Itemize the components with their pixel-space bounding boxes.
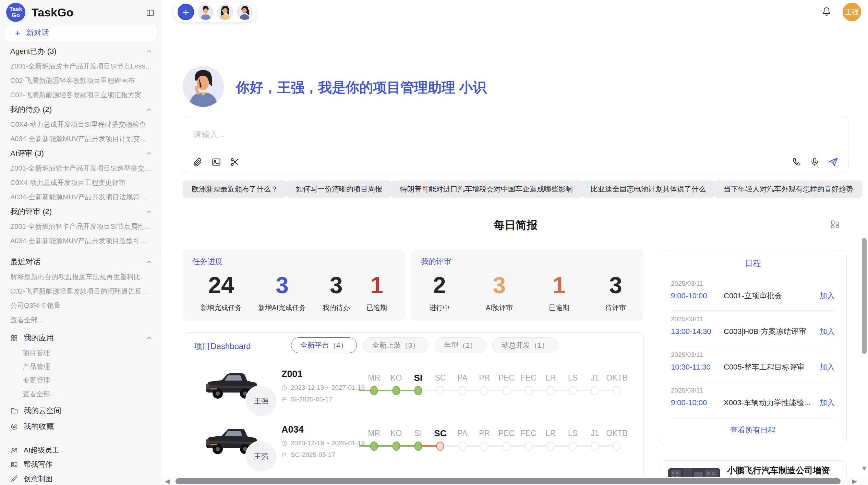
chevron-up-icon[interactable] bbox=[145, 150, 153, 157]
sidebar-conversation-item[interactable]: C02-飞腾新能源轻客改款项目立项汇报方案 bbox=[0, 88, 162, 102]
section-agent-done[interactable]: Agent已办 (3) bbox=[0, 44, 162, 59]
view-all-schedule-link[interactable]: 查看所有日程 bbox=[659, 425, 846, 435]
suggestion-chip[interactable]: 欧洲新规最近颁布了什么？ bbox=[183, 181, 287, 198]
agent-avatar[interactable] bbox=[217, 4, 233, 20]
tab-model-year[interactable]: 年型（2） bbox=[435, 337, 486, 353]
phone-icon[interactable] bbox=[792, 157, 801, 167]
app-item-product-mgmt[interactable]: 产品管理 bbox=[0, 360, 162, 373]
stat: 2进行中 bbox=[429, 270, 450, 312]
suggestion-chip[interactable]: 比亚迪全固态电池计划具体说了什么 bbox=[582, 181, 715, 198]
milestone-label: PR bbox=[473, 427, 495, 439]
suggestion-chip[interactable]: 如何写一份清晰的项目周报 bbox=[287, 181, 391, 198]
milestone-label: PA bbox=[451, 372, 473, 384]
chevron-up-icon[interactable] bbox=[145, 48, 153, 55]
section-my-review[interactable]: 我的评审 (2) bbox=[0, 204, 162, 219]
horizontal-scrollbar-thumb[interactable] bbox=[176, 478, 841, 484]
milestone-dot bbox=[613, 442, 621, 451]
section-my-todo[interactable]: 我的待办 (2) bbox=[0, 102, 162, 117]
stat-value: 3 bbox=[605, 270, 626, 300]
new-chat-button[interactable]: ＋ 新对话 bbox=[5, 25, 157, 41]
sidebar-conversation-item[interactable]: C0X4-动力总成开发项目SI里程碑提交物检查 bbox=[0, 117, 162, 132]
add-agent-button[interactable]: ＋ bbox=[178, 4, 194, 20]
my-favorites-row[interactable]: 我的收藏 bbox=[0, 419, 162, 434]
chevron-up-icon[interactable] bbox=[145, 334, 153, 342]
sidebar-conversation-item[interactable]: A034-全新新能源MUV产品开发项目造型可行性评审 bbox=[0, 234, 162, 248]
sidebar-conversation-item[interactable]: A034-全新新能源MUV产品开发项目法规符合性评审 bbox=[0, 190, 162, 204]
schedule-date: 2025/03/11 bbox=[671, 315, 835, 323]
card-title: 我的评审 bbox=[421, 257, 451, 267]
tool-creative-drawing[interactable]: 创意制图 bbox=[0, 472, 162, 485]
vertical-scrollbar-thumb[interactable] bbox=[862, 238, 867, 354]
section-ai-review[interactable]: AI评审 (3) bbox=[0, 146, 162, 161]
user-avatar[interactable]: 王强 bbox=[843, 3, 861, 21]
chat-input[interactable] bbox=[193, 130, 605, 139]
sidebar-conversation-item[interactable]: Z001-全新燃油轻卡产品开发项目SI造型提交物评审 bbox=[0, 161, 162, 175]
my-apps-row[interactable]: 我的应用 bbox=[0, 330, 162, 346]
tab-new-body[interactable]: 全新上装（3） bbox=[363, 337, 429, 353]
tab-new-platform[interactable]: 全新平台（4） bbox=[291, 337, 357, 353]
microphone-icon[interactable] bbox=[810, 157, 820, 167]
section-count: (2) bbox=[43, 105, 52, 114]
project-row[interactable]: 王强 A034 2023-12-19 ~ 2026-01-19 SC-2025-… bbox=[183, 422, 643, 478]
attach-icon[interactable] bbox=[193, 157, 203, 167]
join-link[interactable]: 加入 bbox=[820, 362, 835, 372]
section-title: 最近对话 bbox=[10, 257, 40, 267]
milestone-dot bbox=[414, 442, 422, 451]
suggestion-chip[interactable]: 当下年轻人对汽车外观有怎样的喜好趋势 bbox=[715, 181, 862, 198]
milestone-label: PEC bbox=[495, 372, 517, 384]
tool-label: 帮我写作 bbox=[24, 460, 52, 469]
scissors-icon[interactable] bbox=[230, 157, 240, 167]
sidebar-conversation-item[interactable]: Z001-全新燃油皮卡产品开发项目SI节点Lesson Learn报告 bbox=[0, 59, 162, 73]
app-item-change-mgmt[interactable]: 变更管理 bbox=[0, 373, 162, 387]
briefing-layout-icon[interactable] bbox=[830, 219, 841, 230]
chevron-up-icon[interactable] bbox=[145, 106, 153, 113]
join-link[interactable]: 加入 bbox=[820, 291, 835, 301]
milestone-dot bbox=[481, 442, 489, 451]
project-row[interactable]: 王强 Z001 2023-12-19 ~ 2027-01-19 SI-2025-… bbox=[183, 367, 643, 422]
schedule-title: 日程 bbox=[659, 258, 846, 269]
view-all-conversations[interactable]: 查看全部... bbox=[0, 313, 162, 327]
sidebar-conversation-item[interactable]: 解释最新出台的欧盟报废车法规再生塑料比例被调至15%... bbox=[0, 270, 162, 284]
milestone: PR bbox=[473, 372, 495, 398]
milestone: LS bbox=[562, 427, 584, 453]
sidebar-conversation-item[interactable]: A034-全新新能源MUV产品开发项目计划变更表编写 bbox=[0, 132, 162, 146]
sidebar-conversation-item[interactable]: C0X4-动力总成开发项目工程变更评审 bbox=[0, 175, 162, 190]
milestone-label: MR bbox=[363, 427, 385, 439]
send-icon[interactable] bbox=[828, 157, 839, 167]
tool-help-me-write[interactable]: 帮我写作 bbox=[0, 457, 162, 472]
image-upload-icon[interactable] bbox=[211, 157, 221, 167]
suggestion-chip[interactable]: 特朗普可能对进口汽车增税会对中国车企造成哪些影响 bbox=[391, 181, 582, 198]
sidebar-conversation-item[interactable]: C02-飞腾新能源轻客改款项目里程碑画布 bbox=[0, 73, 162, 88]
section-recent-chats[interactable]: 最近对话 bbox=[0, 254, 162, 270]
sidebar-conversation-item[interactable]: C02-飞腾新能源轻客改款项目的闭环通告反馈情况 bbox=[0, 284, 162, 298]
scroll-right-arrow[interactable]: ▶ bbox=[852, 477, 857, 485]
milestone-dot bbox=[370, 442, 378, 451]
milestone: SI bbox=[407, 372, 429, 398]
join-link[interactable]: 加入 bbox=[820, 398, 835, 408]
app-title: TaskGo bbox=[32, 6, 73, 19]
view-all-apps[interactable]: 查看全部... bbox=[0, 387, 162, 401]
stat: 1已逾期 bbox=[366, 270, 387, 312]
scroll-down-arrow[interactable]: ▼ bbox=[861, 464, 868, 472]
section-title: Agent已办 bbox=[10, 46, 45, 57]
notifications-bell-icon[interactable] bbox=[821, 6, 832, 16]
collapse-sidebar-icon[interactable] bbox=[146, 8, 155, 17]
agent-avatar[interactable] bbox=[237, 4, 253, 20]
milestone-dot bbox=[591, 386, 599, 395]
chevron-up-icon[interactable] bbox=[145, 258, 153, 266]
tab-powertrain[interactable]: 动总开发（1） bbox=[492, 337, 558, 353]
app-item-project-mgmt[interactable]: 项目管理 bbox=[0, 346, 162, 360]
join-link[interactable]: 加入 bbox=[820, 326, 835, 337]
chevron-up-icon[interactable] bbox=[145, 208, 153, 215]
task-progress-card: 任务进度 24新增完成任务 3新增AI完成任务 3我的待办 1已逾期 bbox=[183, 249, 405, 321]
assistant-avatar bbox=[183, 66, 224, 107]
tool-ai-super-staff[interactable]: AI超级员工 bbox=[0, 443, 162, 457]
sidebar-conversation-item[interactable]: 公司Q3轻卡销量 bbox=[0, 298, 162, 313]
my-cloud-row[interactable]: 我的云空间 bbox=[0, 403, 162, 419]
plus-icon: ＋ bbox=[13, 27, 22, 38]
sidebar-conversation-item[interactable]: Z001-全新燃油轻卡产品开发项目SI节点属性5D文件评审 bbox=[0, 219, 162, 234]
stat-label: 已逾期 bbox=[366, 303, 387, 312]
scroll-left-arrow[interactable]: ◀ bbox=[165, 477, 170, 485]
agent-avatar[interactable] bbox=[198, 4, 214, 20]
schedule-time: 13:00-14:30 bbox=[671, 327, 724, 336]
